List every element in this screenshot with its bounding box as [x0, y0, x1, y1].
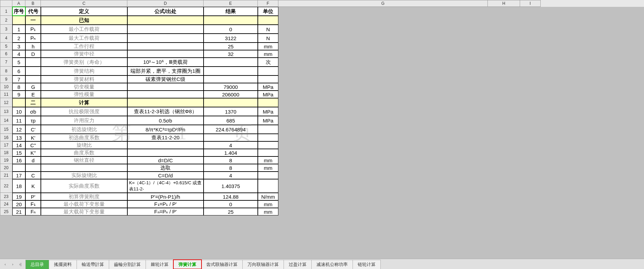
cell-B9[interactable] — [25, 75, 41, 83]
cell-C22[interactable]: 实际曲度系数 — [41, 179, 127, 193]
cell-A6[interactable]: 4 — [12, 50, 25, 58]
cell-H5[interactable] — [488, 43, 520, 50]
cell-I20[interactable] — [520, 164, 541, 172]
cell-H9[interactable] — [488, 75, 520, 83]
cell-C7[interactable]: 弹簧类别（寿命） — [41, 58, 127, 67]
row-header-8[interactable]: 8 — [0, 67, 12, 75]
col-header-D[interactable]: D — [127, 0, 204, 7]
row-header-3[interactable]: 3 — [0, 25, 12, 34]
cell-E8[interactable] — [204, 67, 258, 75]
cell-G5[interactable] — [278, 43, 488, 50]
select-all-corner[interactable] — [0, 0, 12, 7]
cell-C21[interactable]: 实际旋绕比 — [41, 172, 127, 179]
cell-A10[interactable]: 8 — [12, 83, 25, 91]
cell-C24[interactable]: 最小载荷下变形量 — [41, 200, 127, 208]
cell-B14[interactable]: τp — [25, 116, 41, 125]
row-header-10[interactable]: 10 — [0, 83, 12, 91]
row-header-19[interactable]: 19 — [0, 156, 12, 164]
cell-H4[interactable] — [488, 34, 520, 43]
cell-C4[interactable]: 最大工作载荷 — [41, 34, 127, 43]
cell-H16[interactable] — [488, 134, 520, 141]
cell-I25[interactable] — [520, 208, 541, 215]
cell-H2[interactable] — [488, 16, 520, 25]
cell-A20[interactable] — [12, 164, 25, 172]
cell-G8[interactable] — [278, 67, 488, 75]
cell-F15[interactable] — [258, 125, 278, 134]
cell-B24[interactable]: F₁ — [25, 200, 41, 208]
cell-A7[interactable]: 5 — [12, 58, 25, 67]
cell-H21[interactable] — [488, 172, 520, 179]
cell-H3[interactable] — [488, 25, 520, 34]
cell-B11[interactable]: E — [25, 91, 41, 98]
cell-I5[interactable] — [520, 43, 541, 50]
cell-F22[interactable] — [258, 179, 278, 193]
cell-D20[interactable]: 选取 — [127, 164, 204, 172]
cell-E4[interactable]: 3122 — [204, 34, 258, 43]
cell-A12[interactable] — [12, 98, 25, 107]
cell-H1[interactable] — [488, 7, 520, 16]
cell-C11[interactable]: 弹性模量 — [41, 91, 127, 98]
cell-D19[interactable]: d=D/C — [127, 156, 204, 164]
cell-A13[interactable]: 10 — [12, 107, 25, 116]
cell-F23[interactable]: N/mm — [258, 193, 278, 200]
cell-G17[interactable] — [278, 141, 488, 149]
cell-F21[interactable] — [258, 172, 278, 179]
cell-G20[interactable] — [278, 164, 488, 172]
cell-C1[interactable]: 定义 — [41, 7, 127, 16]
cell-C8[interactable]: 弹簧结构 — [41, 67, 127, 75]
cell-D13[interactable]: 查表11-2-3初选（钢丝Φ8） — [127, 107, 204, 116]
cell-D18[interactable] — [127, 149, 204, 156]
cell-C15[interactable]: 初选旋绕比 — [41, 125, 127, 134]
cell-D25[interactable]: Fₙ=Pₙ / P' — [127, 208, 204, 215]
cell-F9[interactable] — [258, 75, 278, 83]
cell-C18[interactable]: 曲度系数 — [41, 149, 127, 156]
cell-B10[interactable]: G — [25, 83, 41, 91]
cell-D21[interactable]: C=D/d — [127, 172, 204, 179]
cell-B21[interactable]: C — [25, 172, 41, 179]
cell-C10[interactable]: 切变模量 — [41, 83, 127, 91]
cell-I13[interactable] — [520, 107, 541, 116]
row-header-20[interactable]: 20 — [0, 164, 12, 172]
cell-A19[interactable]: 16 — [12, 156, 25, 164]
cell-F4[interactable]: N — [258, 34, 278, 43]
cell-E5[interactable]: 25 — [204, 43, 258, 50]
cell-H13[interactable] — [488, 107, 520, 116]
cell-E9[interactable] — [204, 75, 258, 83]
row-header-15[interactable]: 15 — [0, 125, 12, 134]
cell-D5[interactable] — [127, 43, 204, 50]
cell-A18[interactable]: 15 — [12, 149, 25, 156]
cell-E11[interactable]: 206000 — [204, 91, 258, 98]
cell-G14[interactable] — [278, 116, 488, 125]
cell-B22[interactable]: K — [25, 179, 41, 193]
cell-B15[interactable]: C' — [25, 125, 41, 134]
cell-A5[interactable]: 3 — [12, 43, 25, 50]
cell-C23[interactable]: 初算弹簧刚度 — [41, 193, 127, 200]
row-header-18[interactable]: 18 — [0, 149, 12, 156]
col-header-G[interactable]: G — [278, 0, 488, 7]
tab-nav-btn-2[interactable]: ›| — [16, 260, 24, 268]
cell-E20[interactable]: 8 — [204, 164, 258, 172]
cell-E15[interactable]: 224.6764894 — [204, 125, 258, 134]
sheet-tab-6[interactable]: 齿式联轴器计算 — [201, 260, 243, 269]
cell-H15[interactable] — [488, 125, 520, 134]
cell-B7[interactable] — [25, 58, 41, 67]
sheet-tab-4[interactable]: 棘轮计算 — [146, 260, 174, 269]
cell-H10[interactable] — [488, 83, 520, 91]
cell-F16[interactable] — [258, 134, 278, 141]
cell-F5[interactable]: mm — [258, 43, 278, 50]
cell-B8[interactable] — [25, 67, 41, 75]
cell-D23[interactable]: P'=(Pn-P1)/h — [127, 193, 204, 200]
cell-G22[interactable] — [278, 179, 488, 193]
cell-E14[interactable]: 685 — [204, 116, 258, 125]
cell-E13[interactable]: 1370 — [204, 107, 258, 116]
cell-A25[interactable]: 21 — [12, 208, 25, 215]
cell-H18[interactable] — [488, 149, 520, 156]
cell-G4[interactable] — [278, 34, 488, 43]
cell-I12[interactable] — [520, 98, 541, 107]
cell-E6[interactable]: 32 — [204, 50, 258, 58]
cell-I23[interactable] — [520, 193, 541, 200]
cell-A16[interactable]: 13 — [12, 134, 25, 141]
cell-F11[interactable]: MPa — [258, 91, 278, 98]
cell-B3[interactable]: P₁ — [25, 25, 41, 34]
cell-H23[interactable] — [488, 193, 520, 200]
